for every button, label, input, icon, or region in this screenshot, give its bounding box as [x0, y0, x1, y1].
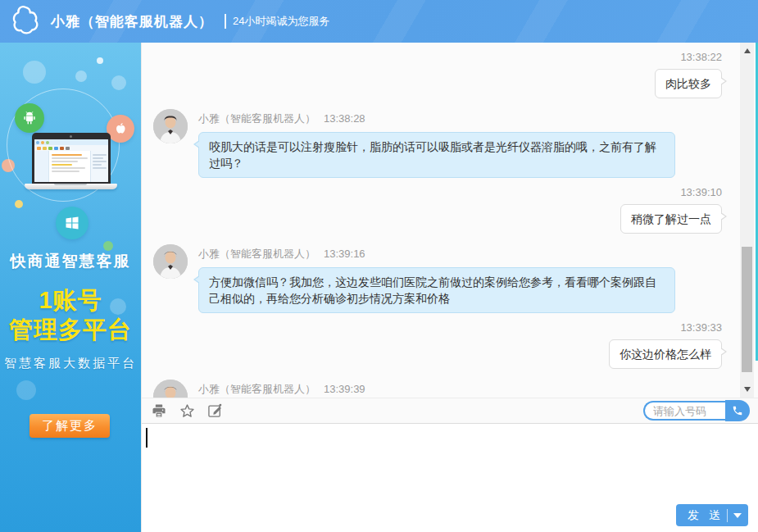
- header-divider: [225, 14, 226, 29]
- bot-message-group: 小雅（智能客服机器人）13:39:16 方便加微信吗？我加您，这边发些咱们医院之…: [153, 244, 722, 313]
- compose-icon[interactable]: [206, 402, 224, 420]
- phone-number-group: [643, 400, 750, 421]
- message-text: 咬肌大的话是可以注射瘦脸针，脂肪的话可以吸脂或者是光纤仪器溶脂的哦，之前有了解过…: [209, 140, 656, 170]
- phone-call-icon: [732, 405, 743, 416]
- send-button-divider: [727, 509, 728, 522]
- scrollbar-thumb[interactable]: [742, 247, 752, 372]
- bot-name: 小雅（智能客服机器人）: [198, 248, 315, 260]
- message-timestamp: 13:39:33: [153, 321, 722, 334]
- laptop-illustration: [25, 133, 117, 189]
- bot-message-bubble: 咬肌大的话是可以注射瘦脸针，脂肪的话可以吸脂或者是光纤仪器溶脂的哦，之前有了解过…: [198, 132, 675, 178]
- composer-toolbar: [142, 398, 758, 424]
- visitor-message-group: 13:39:10 稍微了解过一点: [153, 186, 722, 234]
- decor-circle: [16, 380, 36, 400]
- bot-avatar: [153, 380, 188, 398]
- phone-number-input[interactable]: [643, 401, 725, 421]
- window-title: 小雅（智能客服机器人）: [51, 12, 213, 31]
- bot-message-bubble: 方便加微信吗？我加您，这边发些咱们医院之前做过的案例给您参考，看看哪个案例跟自己…: [198, 267, 675, 313]
- chat-panel: 13:38:22 肉比较多 小雅（智能客: [141, 43, 758, 532]
- visitor-message-bubble: 你这边价格怎么样: [609, 339, 722, 369]
- bot-message-group: 小雅（智能客服机器人）13:38:28 咬肌大的话是可以注射瘦脸针，脂肪的话可以…: [153, 109, 722, 178]
- send-button-label: 发 送: [688, 508, 724, 523]
- learn-more-button[interactable]: 了解更多: [30, 414, 110, 438]
- sidebar-headline: 1账号 管理多平台: [0, 285, 141, 344]
- visitor-message-group: 13:38:22 肉比较多: [153, 51, 722, 98]
- chat-window: 小雅（智能客服机器人） 24小时竭诚为您服务: [0, 0, 758, 532]
- text-cursor: [146, 428, 148, 448]
- message-timestamp: 13:39:16: [324, 248, 365, 260]
- bot-avatar: [153, 244, 188, 279]
- phone-call-button[interactable]: [725, 400, 750, 421]
- message-text: 方便加微信吗？我加您，这边发些咱们医院之前做过的案例给您参考，看看哪个案例跟自己…: [209, 275, 656, 305]
- headline-line1: 1账号: [0, 285, 141, 315]
- sidebar-brand-title: 快商通智慧客服: [0, 251, 141, 272]
- promo-sidebar: 快商通智慧客服 1账号 管理多平台 智慧客服大数据平台 了解更多: [0, 43, 141, 532]
- decor-circle: [97, 57, 103, 64]
- message-input-area[interactable]: 发 送: [142, 424, 758, 532]
- bot-message-meta: 小雅（智能客服机器人）13:39:39: [198, 382, 570, 397]
- bot-message-meta: 小雅（智能客服机器人）13:39:16: [198, 247, 675, 261]
- message-list: 13:38:22 肉比较多 小雅（智能客: [142, 43, 758, 398]
- sidebar-tagline: 智慧客服大数据平台: [0, 356, 141, 371]
- decor-circle: [15, 200, 23, 208]
- visitor-message-bubble: 稍微了解过一点: [620, 204, 722, 234]
- printer-icon[interactable]: [150, 402, 168, 420]
- headline-line2: 管理多平台: [0, 315, 141, 344]
- visitor-message-group: 13:39:33 你这边价格怎么样: [153, 321, 722, 369]
- app-header: 小雅（智能客服机器人） 24小时竭诚为您服务: [0, 0, 758, 43]
- bot-avatar: [153, 109, 188, 143]
- send-options-caret-icon[interactable]: [733, 513, 742, 518]
- message-text: 稍微了解过一点: [631, 212, 711, 225]
- message-timestamp: 13:38:22: [153, 51, 722, 63]
- scroll-up-icon[interactable]: [740, 44, 754, 57]
- message-timestamp: 13:39:10: [153, 186, 722, 198]
- bot-message-meta: 小雅（智能客服机器人）13:38:28: [198, 111, 675, 126]
- star-icon[interactable]: [178, 402, 196, 420]
- message-timestamp: 13:39:39: [324, 383, 365, 395]
- scroll-down-icon[interactable]: [740, 383, 754, 396]
- decor-circle: [111, 75, 126, 90]
- bot-message-group: 小雅（智能客服机器人）13:39:39 好的，我院已经开通短信报价系统 您号码是…: [153, 380, 722, 398]
- visitor-message-bubble: 肉比较多: [655, 69, 722, 98]
- decor-circle: [75, 70, 87, 82]
- chat-scrollbar[interactable]: [740, 43, 754, 398]
- message-timestamp: 13:38:28: [324, 112, 365, 125]
- bot-name: 小雅（智能客服机器人）: [198, 112, 315, 125]
- decor-circle: [23, 61, 46, 84]
- windows-icon: [56, 207, 89, 239]
- send-button[interactable]: 发 送: [676, 504, 748, 526]
- bot-name: 小雅（智能客服机器人）: [198, 383, 315, 395]
- message-text: 肉比较多: [665, 77, 711, 90]
- header-subtitle: 24小时竭诚为您服务: [233, 14, 329, 29]
- decor-circle: [103, 241, 113, 251]
- brand-mascot-icon: [8, 4, 43, 39]
- message-text: 你这边价格怎么样: [620, 348, 711, 361]
- android-icon: [15, 103, 44, 133]
